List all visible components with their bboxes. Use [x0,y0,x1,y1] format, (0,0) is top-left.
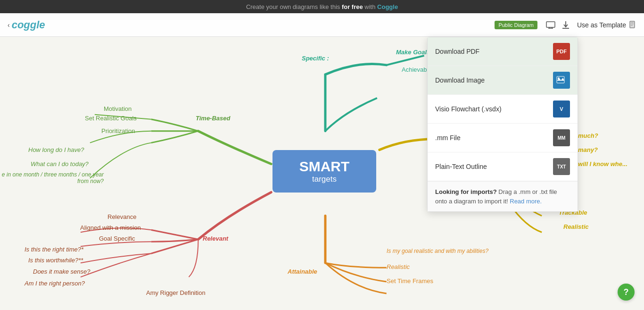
pdf-icon: PDF [553,43,570,60]
coggle-logo[interactable]: coggle [12,19,45,31]
mm-file-item[interactable]: .mm File MM [428,124,578,152]
central-node-title: SMART [286,159,363,175]
download-dropdown: Download PDF PDF Download Image Visio Fl… [427,37,578,212]
visio-item[interactable]: Visio Flowchart (.vsdx) V [428,95,578,124]
image-icon [553,72,570,89]
footer-bold: Looking for imports? [435,188,497,195]
what-can-i-do-label: What can I do today? [31,160,89,168]
download-pdf-label: Download PDF [435,48,479,55]
realistic-yellow-label: Realistic [563,223,588,230]
svg-rect-9 [631,25,633,26]
download-image-item[interactable]: Download Image [428,66,578,95]
one-month-label: e in one month / three months / one year… [0,171,104,184]
image-file-icon [556,76,567,84]
svg-point-12 [558,77,560,79]
use-as-template-button[interactable]: Use as Template [577,21,636,29]
goal-specific-label: Goal Specific [99,235,135,242]
mm-label: .mm File [435,134,461,142]
svg-rect-0 [546,22,555,27]
central-node: SMART targets [272,150,376,193]
monitor-icon-btn[interactable] [543,17,558,33]
mm-icon: MM [553,129,570,146]
set-realistic-goals-label: Set Realistic Goals [85,115,137,122]
goal-realistic-label: Is my goal realistic and with my abiliti… [387,248,488,254]
dropdown-footer: Looking for imports? Drag a .mm or .txt … [428,181,578,211]
public-badge: Public Diagram [495,21,537,29]
aligned-mission-label: Aligned with a mission [80,224,141,231]
svg-rect-8 [631,24,634,25]
download-pdf-item[interactable]: Download PDF PDF [428,37,578,66]
download-icon [562,21,570,29]
txt-icon: TXT [553,158,570,175]
time-based-label: Time-Based [196,115,230,122]
plain-text-label: Plain-Text Outline [435,163,487,170]
template-icon [629,21,636,29]
central-node-subtitle: targets [286,175,363,184]
header: ‹ coggle Public Diagram Use as Template [0,13,644,37]
how-long-label: How long do I have? [28,146,84,153]
download-icon-btn[interactable] [558,17,573,33]
worthwhile-label: Is this worthwhile?** [28,257,83,264]
download-image-label: Download Image [435,76,485,84]
realistic-orange-label: Realistic [387,263,410,270]
banner-text: Create your own diagrams like this for f… [246,3,398,10]
help-button[interactable]: ? [618,284,635,301]
top-banner: Create your own diagrams like this for f… [0,0,644,13]
back-navigation[interactable]: ‹ coggle [8,19,45,31]
relevance-label: Relevance [107,213,136,220]
monitor-icon [546,21,555,29]
back-arrow-icon: ‹ [8,21,10,29]
specific-label: Specific : [302,55,329,62]
visio-label: Visio Flowchart (.vsdx) [435,105,502,113]
make-sense-label: Does it make sense? [33,268,90,275]
right-time-label: Is this the right time?* [25,246,83,253]
plain-text-item[interactable]: Plain-Text Outline TXT [428,152,578,181]
prioritization-label: Prioritization [101,127,135,134]
svg-rect-7 [631,22,634,23]
attainable-label: Attainable [288,268,317,275]
set-time-frames-label: Set Time Frames [387,277,433,285]
motivation-label: Motivation [104,105,132,112]
right-person-label: Am I the right person? [25,280,85,287]
read-more-link[interactable]: Read more. [510,198,542,205]
relevant-label: Relevant [203,235,228,242]
visio-icon: V [553,101,570,117]
amy-rigger-label: Amy Rigger Definition [146,289,206,296]
